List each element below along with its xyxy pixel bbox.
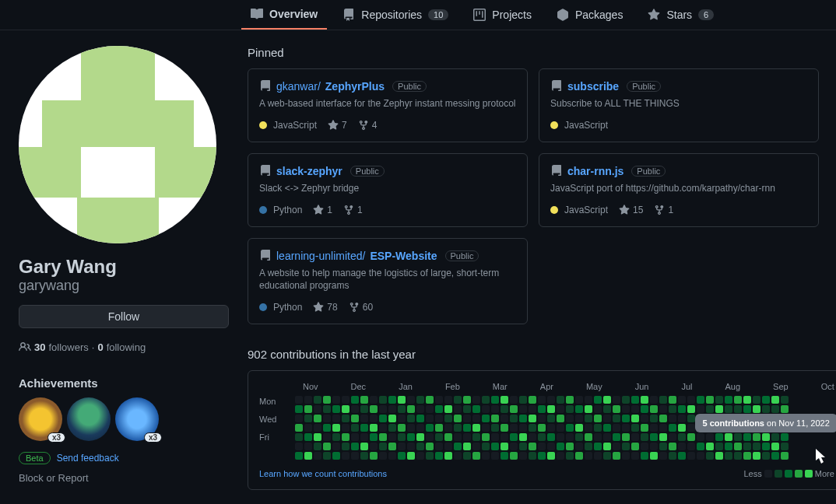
contribution-cell[interactable] xyxy=(342,443,350,450)
contribution-cell[interactable] xyxy=(295,443,303,450)
contribution-cell[interactable] xyxy=(510,433,518,441)
contribution-cell[interactable] xyxy=(706,396,714,404)
contribution-cell[interactable] xyxy=(697,405,704,413)
contribution-cell[interactable] xyxy=(323,405,331,413)
contribution-cell[interactable] xyxy=(762,396,770,404)
contribution-cell[interactable] xyxy=(501,452,508,460)
achievement-badge[interactable]: x3 xyxy=(115,397,159,441)
contribution-cell[interactable] xyxy=(706,443,714,450)
contribution-cell[interactable] xyxy=(687,424,695,432)
contribution-cell[interactable] xyxy=(379,433,387,441)
contribution-cell[interactable] xyxy=(491,424,499,432)
contribution-cell[interactable] xyxy=(435,405,443,413)
contribution-cell[interactable] xyxy=(463,396,471,404)
contribution-cell[interactable] xyxy=(407,424,415,432)
contribution-cell[interactable] xyxy=(351,396,359,404)
contribution-cell[interactable] xyxy=(557,396,564,404)
contribution-cell[interactable] xyxy=(753,443,760,450)
contribution-cell[interactable] xyxy=(426,443,434,450)
contribution-cell[interactable] xyxy=(631,424,639,432)
contribution-cell[interactable] xyxy=(407,415,415,422)
contribution-cell[interactable] xyxy=(706,433,714,441)
contribution-cell[interactable] xyxy=(304,452,312,460)
tab-projects[interactable]: Projects xyxy=(464,1,541,29)
contribution-cell[interactable] xyxy=(538,415,546,422)
contribution-cell[interactable] xyxy=(725,443,732,450)
contribution-cell[interactable] xyxy=(781,396,789,404)
contribution-cell[interactable] xyxy=(669,452,676,460)
contribution-cell[interactable] xyxy=(472,443,480,450)
contribution-cell[interactable] xyxy=(379,424,387,432)
contribution-cell[interactable] xyxy=(566,424,574,432)
contribution-cell[interactable] xyxy=(734,396,742,404)
contribution-cell[interactable] xyxy=(585,443,592,450)
contribution-cell[interactable] xyxy=(743,452,751,460)
contribution-cell[interactable] xyxy=(566,452,574,460)
contribution-cell[interactable] xyxy=(388,415,396,422)
contribution-cell[interactable] xyxy=(585,433,592,441)
contribution-cell[interactable] xyxy=(342,415,350,422)
contribution-cell[interactable] xyxy=(510,424,518,432)
contribution-cell[interactable] xyxy=(678,452,686,460)
contribution-cell[interactable] xyxy=(687,415,695,422)
contribution-cell[interactable] xyxy=(398,396,406,404)
contribution-cell[interactable] xyxy=(697,433,704,441)
contribution-cell[interactable] xyxy=(641,443,648,450)
contribution-cell[interactable] xyxy=(669,424,676,432)
contribution-cell[interactable] xyxy=(407,452,415,460)
contribution-cell[interactable] xyxy=(575,424,583,432)
contribution-cell[interactable] xyxy=(715,396,723,404)
contribution-cell[interactable] xyxy=(463,424,471,432)
contribution-cell[interactable] xyxy=(360,415,368,422)
contribution-cell[interactable] xyxy=(370,452,378,460)
contribution-cell[interactable] xyxy=(351,443,359,450)
contribution-cell[interactable] xyxy=(435,424,443,432)
contribution-cell[interactable] xyxy=(622,396,630,404)
contribution-cell[interactable] xyxy=(510,405,518,413)
contribution-cell[interactable] xyxy=(771,433,779,441)
contribution-cell[interactable] xyxy=(472,396,480,404)
contribution-cell[interactable] xyxy=(641,396,648,404)
contribution-cell[interactable] xyxy=(566,433,574,441)
contribution-cell[interactable] xyxy=(510,452,518,460)
contribution-cell[interactable] xyxy=(416,452,424,460)
contribution-cell[interactable] xyxy=(332,415,340,422)
contribution-cell[interactable] xyxy=(379,415,387,422)
contribution-cell[interactable] xyxy=(622,433,630,441)
contribution-cell[interactable] xyxy=(603,415,611,422)
contribution-cell[interactable] xyxy=(594,443,602,450)
contribution-cell[interactable] xyxy=(613,443,620,450)
contribution-cell[interactable] xyxy=(622,424,630,432)
contribution-cell[interactable] xyxy=(501,433,508,441)
contribution-cell[interactable] xyxy=(501,424,508,432)
contribution-cell[interactable] xyxy=(641,452,648,460)
contribution-cell[interactable] xyxy=(519,405,527,413)
repo-card[interactable]: slack-zephyr PublicSlack <-> Zephyr brid… xyxy=(248,153,528,227)
contribution-cell[interactable] xyxy=(650,433,658,441)
achievement-badge[interactable]: x3 xyxy=(19,397,62,441)
tab-packages[interactable]: Packages xyxy=(547,1,632,29)
contribution-cell[interactable] xyxy=(323,415,331,422)
contribution-cell[interactable] xyxy=(575,405,583,413)
contribution-cell[interactable] xyxy=(454,405,462,413)
contribution-cell[interactable] xyxy=(304,405,312,413)
contribution-cell[interactable] xyxy=(472,405,480,413)
contribution-cell[interactable] xyxy=(557,433,564,441)
contribution-cell[interactable] xyxy=(743,433,751,441)
contribution-cell[interactable] xyxy=(482,433,490,441)
contribution-cell[interactable] xyxy=(715,433,723,441)
contribution-cell[interactable] xyxy=(519,433,527,441)
contribution-cell[interactable] xyxy=(734,443,742,450)
contribution-cell[interactable] xyxy=(370,405,378,413)
contribution-cell[interactable] xyxy=(351,415,359,422)
contribution-cell[interactable] xyxy=(687,433,695,441)
contribution-cell[interactable] xyxy=(435,443,443,450)
contribution-cell[interactable] xyxy=(416,433,424,441)
contribution-cell[interactable] xyxy=(687,405,695,413)
contribution-cell[interactable] xyxy=(472,433,480,441)
contribution-cell[interactable] xyxy=(585,415,592,422)
contribution-cell[interactable] xyxy=(388,405,396,413)
contribution-cell[interactable] xyxy=(295,396,303,404)
tab-repositories[interactable]: Repositories 10 xyxy=(333,1,458,29)
contribution-cell[interactable] xyxy=(426,424,434,432)
